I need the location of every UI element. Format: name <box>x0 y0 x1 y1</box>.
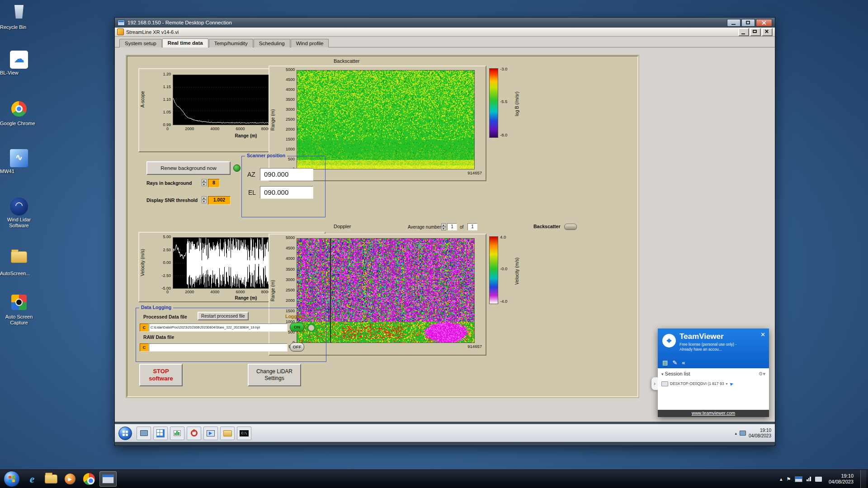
folder-icon <box>45 474 57 483</box>
desktop-icon-label: AutoScreen... <box>0 271 30 277</box>
remote-taskbar-item-explorer[interactable] <box>220 427 235 440</box>
remote-taskbar-item-screen-share[interactable] <box>203 427 218 440</box>
taskbar-item-remote-desktop[interactable] <box>99 471 117 487</box>
average-stepper[interactable] <box>441 223 446 230</box>
start-button[interactable] <box>4 471 20 487</box>
tick-label: 4500 <box>286 246 295 250</box>
remote-taskbar-item-cmd[interactable]: C:\ <box>237 427 251 440</box>
teamviewer-panel: › TeamViewer Free license (personal use … <box>658 328 769 417</box>
volume-icon[interactable] <box>815 477 822 482</box>
teamviewer-body: ▾ Session list ⚙▾ DESKTOP-OE0QDVI (1 817… <box>658 368 769 410</box>
streamline-titlebar[interactable]: StreamLine XR v14-6.vi <box>115 28 775 37</box>
taskbar-item-chrome[interactable] <box>80 471 98 487</box>
processed-path-field[interactable]: C:\Lidar\Data\Proc\2023\202308\20230804\… <box>149 324 288 332</box>
system-tray: ▴ ⚑ 19:10 04/08/2023 <box>780 470 868 488</box>
action-center-flag-icon[interactable]: ⚑ <box>787 476 791 482</box>
tab-system-setup[interactable]: System setup <box>119 39 162 47</box>
desktop-icon-wind-lidar[interactable]: ◠ Wind Lidar Software <box>0 197 38 217</box>
desktop-icon-google-chrome[interactable]: Google Chrome <box>0 100 38 121</box>
window-icon <box>140 430 148 436</box>
processed-logging-led <box>307 324 316 332</box>
close-icon[interactable]: ✕ <box>760 331 765 338</box>
average-value-field[interactable]: 1 <box>447 223 457 230</box>
tab-scheduling[interactable]: Scheduling <box>254 39 290 47</box>
taskbar-item-internet-explorer[interactable]: e <box>24 471 41 487</box>
processed-logging-switch[interactable]: ON <box>290 323 304 332</box>
raw-logging-switch[interactable]: OFF <box>290 343 304 352</box>
hidden-icons-arrow[interactable]: ▴ <box>735 431 737 436</box>
session-list-label: Session list <box>665 371 690 376</box>
colorbar-tick: -8.0 <box>500 132 507 137</box>
media-player-icon: ▶ <box>65 474 75 484</box>
tick-label: 5000 <box>286 67 295 72</box>
hidden-icons-arrow[interactable]: ▴ <box>780 476 783 482</box>
backscatter-toggle[interactable] <box>564 224 577 230</box>
remote-taskbar-item-power-app[interactable] <box>187 427 201 440</box>
minimize-button[interactable] <box>727 19 741 27</box>
network-icon[interactable] <box>807 477 811 481</box>
maximize-button[interactable] <box>741 19 755 27</box>
az-value-field[interactable]: 090.000 <box>260 168 313 181</box>
desktop-icon-autoscreen[interactable]: AutoScreen... <box>0 248 38 271</box>
remote-taskbar-item-chart-app[interactable] <box>170 427 184 440</box>
chevron-down-icon[interactable]: ▾ <box>726 382 727 386</box>
panel-expander[interactable]: › <box>651 377 658 390</box>
tab-temp-humidity[interactable]: Temp/humidity <box>209 39 253 47</box>
maximize-button[interactable] <box>750 28 761 36</box>
desktop-icon-mw41[interactable]: ∿ MW41 <box>0 149 38 169</box>
processed-drive-box[interactable]: C <box>140 324 149 332</box>
session-list-row[interactable]: ▾ Session list ⚙▾ <box>661 371 765 378</box>
change-lidar-settings-button[interactable]: Change LiDAR Settings <box>248 364 301 386</box>
show-desktop-button[interactable] <box>860 470 866 488</box>
desktop-icon-recycle-bin[interactable]: Recycle Bin <box>0 3 38 24</box>
rays-stepper[interactable] <box>202 179 207 187</box>
remote-taskbar-item-remote-app[interactable] <box>153 427 168 440</box>
taskbar-item-media-player[interactable]: ▶ <box>61 471 79 487</box>
tray-display-icon[interactable] <box>740 431 746 436</box>
el-value-field[interactable]: 090.000 <box>260 186 313 199</box>
minimize-button[interactable] <box>738 28 749 36</box>
gear-icon[interactable]: ⚙▾ <box>759 371 765 377</box>
of-value-field[interactable]: 1 <box>467 223 477 230</box>
display-tray-icon[interactable] <box>795 476 802 482</box>
backscatter-colorbar-label: log B (/m/sr) <box>514 70 519 138</box>
close-button[interactable] <box>756 19 772 27</box>
doppler-colorbar <box>489 236 498 304</box>
tick-label: 2000 <box>185 290 194 294</box>
clipboard-icon[interactable]: ▤ <box>662 359 672 366</box>
app-icon <box>117 28 124 35</box>
snr-stepper[interactable] <box>202 196 207 204</box>
teamviewer-footer-link[interactable]: www.teamviewer.com <box>658 410 769 417</box>
tab-wind-profile[interactable]: Wind profile <box>291 39 329 47</box>
rdp-titlebar[interactable]: 192.168.0.150 - Remote Desktop Connectio… <box>115 18 775 28</box>
collapse-icon[interactable]: « <box>682 359 689 366</box>
remote-clock[interactable]: 19:10 04/08/2023 <box>749 428 771 439</box>
remote-start-button[interactable] <box>118 427 132 440</box>
snr-value-field[interactable]: 1.002 <box>208 196 231 205</box>
tab-real-time-data[interactable]: Real time data <box>162 38 208 48</box>
session-item[interactable]: DESKTOP-OE0QDVI (1 817 93 ▾ ► <box>661 380 766 387</box>
remote-taskbar-item-window[interactable] <box>137 427 151 440</box>
restart-processed-file-button[interactable]: Restart processed file <box>198 312 249 320</box>
taskbar-item-explorer[interactable] <box>42 471 60 487</box>
desktop-icon-auto-screen-capture[interactable]: Auto Screen Capture <box>0 294 38 314</box>
stop-software-button[interactable]: STOP software <box>139 364 183 386</box>
desktop-icon-bl-view[interactable]: ☁ BL-View <box>0 51 38 70</box>
pencil-icon[interactable]: ✎ <box>672 359 682 366</box>
raw-path-field[interactable] <box>149 343 288 352</box>
rays-value-field[interactable]: 8 <box>208 179 220 188</box>
remote-time: 19:10 <box>749 428 771 433</box>
raw-drive-box[interactable]: C <box>140 343 149 352</box>
tick-label: 6000 <box>236 290 245 294</box>
tick-label: 0 <box>166 127 169 131</box>
chrome-icon <box>83 473 95 485</box>
desktop-icon-label: Recycle Bin <box>0 24 26 30</box>
snr-threshold-label: Display SNR threshold <box>146 197 198 203</box>
renew-background-button[interactable]: Renew background now <box>146 161 231 175</box>
taskbar: e ▶ ▴ ⚑ 19:10 04/08/2023 <box>0 469 868 488</box>
teamviewer-header: TeamViewer Free license (personal use on… <box>658 328 769 368</box>
close-button[interactable] <box>762 28 773 36</box>
velocity-ylabel: Velocity (m/s) <box>140 237 145 288</box>
connect-pointer-icon[interactable]: ► <box>729 380 735 387</box>
clock[interactable]: 19:10 04/08/2023 <box>829 473 854 485</box>
